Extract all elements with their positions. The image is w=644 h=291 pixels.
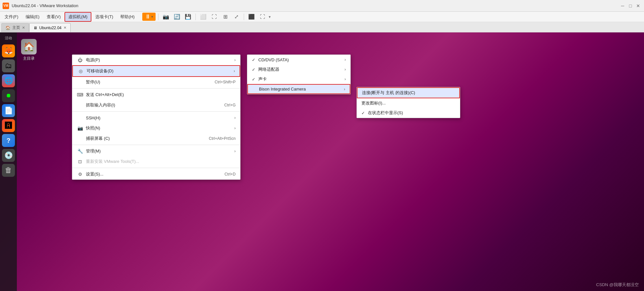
menu-camera[interactable]: Bison Integrated Camera › — [247, 84, 350, 94]
toolbar-stretch-btn[interactable]: ⤢ — [231, 12, 241, 21]
app-appstore[interactable]: 🅰 — [2, 119, 15, 132]
tab-ubuntu-close[interactable]: ✕ — [64, 26, 66, 30]
menu-capture-shortcut: Ctrl+G — [224, 103, 236, 107]
tab-home-close[interactable]: ✕ — [22, 26, 25, 30]
app-terminal[interactable]: ⏺ — [2, 89, 15, 102]
app-firefox[interactable]: 🦊 — [2, 44, 15, 57]
menu-view[interactable]: 查看(V) — [43, 13, 64, 21]
app-optical[interactable]: 💿 — [2, 149, 15, 162]
ubuntu-tab-icon: 🖥 — [33, 26, 37, 30]
cddvd-check: ✓ — [252, 57, 257, 62]
tab-home-label: 主页 — [12, 25, 20, 30]
capture-screen-icon — [77, 135, 83, 142]
ubuntu-taskbar: 活动 🦊 🗂 🌐 ⏺ 📄 — [0, 32, 17, 291]
menu-capture-input-label: 抓取输入内容(I) — [86, 102, 218, 108]
home-folder-label: 主目录 — [23, 56, 35, 61]
menu-pause-label: 暂停(U) — [86, 79, 208, 85]
snapshot-icon: 📷 — [77, 125, 83, 131]
menu-ssh-label: SSH(H) — [86, 115, 232, 120]
ssh-arrow: › — [234, 115, 236, 120]
menu-send-cad[interactable]: ⌨ 发送 Ctrl+Alt+Del(E) — [72, 90, 240, 100]
menu-vm-dropdown[interactable]: ⏻ 电源(P) › ◎ 可移动设备(D) › 暂停(U) Ctrl+Shift+… — [72, 55, 240, 180]
menu-settings[interactable]: ⚙ 设置(S)... Ctrl+D — [72, 169, 240, 179]
removable-icon: ◎ — [77, 68, 84, 74]
toolbar-fullscreen-btn[interactable]: ⛶ — [209, 12, 219, 21]
sound-check: ✓ — [252, 77, 257, 82]
menu-file[interactable]: 文件(F) — [1, 13, 22, 21]
menu-edit[interactable]: 编辑(E) — [22, 13, 43, 21]
menu-network[interactable]: ✓ 网络适配器 › — [247, 65, 350, 74]
menu-camera-change-icon-label: 更改图标(I)... — [361, 100, 455, 106]
toolbar-more-btn[interactable]: ⛶ — [258, 12, 267, 21]
menu-camera-dropdown[interactable]: 连接(断开与 主机 的连接)(C) 更改图标(I)... ✓ 在状态栏中显示(S… — [357, 87, 460, 118]
main-area: 活动 🦊 🗂 🌐 ⏺ 📄 — [0, 32, 644, 291]
terminal-icon: ⏺ — [6, 93, 11, 99]
toolbar-revert-btn[interactable]: 🔄 — [172, 12, 182, 21]
menu-capture-screen[interactable]: 捕获屏幕 (C) Ctrl+Alt+PrtScn — [72, 133, 240, 144]
menu-manage-label: 管理(M) — [86, 148, 232, 154]
menu-capture-input[interactable]: 抓取输入内容(I) Ctrl+G — [72, 100, 240, 110]
show-status-check: ✓ — [361, 111, 367, 115]
cddvd-arrow: › — [345, 57, 346, 62]
menu-network-label: 网络适配器 — [258, 67, 342, 72]
tabs-bar: 🏠 主页 ✕ 🖥 Ubuntu22.04 ✕ — [0, 22, 644, 32]
trash-icon: 🗑 — [5, 166, 12, 175]
tab-ubuntu[interactable]: 🖥 Ubuntu22.04 ✕ — [29, 23, 71, 32]
menu-vm[interactable]: 虚拟机(M) — [64, 12, 91, 22]
menu-power-label: 电源(P) — [86, 57, 232, 63]
menu-help[interactable]: 帮助(H) — [117, 13, 138, 21]
network-arrow: › — [345, 67, 346, 72]
app-help[interactable]: ? — [2, 134, 15, 147]
menu-removable[interactable]: ◎ 可移动设备(D) › — [72, 65, 240, 77]
menu-sep-3 — [72, 145, 240, 145]
close-button[interactable]: ✕ — [635, 3, 641, 9]
snapshot-arrow: › — [234, 126, 236, 130]
nautilus-icon: 📄 — [4, 106, 13, 115]
menu-camera-show-status[interactable]: ✓ 在状态栏中显示(S) — [357, 108, 460, 118]
files-icon: 🗂 — [5, 62, 12, 70]
desktop-icon-home[interactable]: 🏠 主目录 — [21, 39, 37, 61]
menu-power[interactable]: ⏻ 电源(P) › — [72, 55, 240, 65]
menu-removable-dropdown[interactable]: ✓ CD/DVD (SATA) › ✓ 网络适配器 › ✓ 声卡 › — [247, 55, 351, 94]
app-chromium[interactable]: 🌐 — [2, 74, 15, 87]
minimize-button[interactable]: ─ — [619, 3, 626, 9]
menu-camera-connect-label: 连接(断开与 主机 的连接)(C) — [362, 90, 455, 96]
toolbar-snapshot-btn[interactable]: 📷 — [161, 12, 171, 21]
app-files[interactable]: 🗂 — [2, 59, 15, 72]
menu-camera-connect[interactable]: 连接(断开与 主机 的连接)(C) — [357, 87, 460, 98]
menu-cddvd[interactable]: ✓ CD/DVD (SATA) › — [247, 55, 350, 65]
capture-input-icon — [77, 102, 83, 108]
toolbar-console-btn[interactable]: ⬛ — [247, 12, 256, 21]
toolbar-separator-1 — [158, 14, 158, 20]
menu-manage[interactable]: 🔧 管理(M) › — [72, 146, 240, 156]
toolbar-more-arrow[interactable]: ▾ — [269, 15, 271, 19]
app-nautilus[interactable]: 📄 — [2, 104, 15, 117]
reinstall-icon: ⊡ — [77, 158, 83, 165]
pause-dropdown-arrow[interactable]: ▾ — [151, 15, 153, 18]
menu-tab[interactable]: 选项卡(T) — [92, 13, 117, 21]
watermark: CSDN @我哪天都没空 — [596, 282, 639, 288]
manage-arrow: › — [234, 149, 236, 153]
pause-button[interactable]: ⏸ ▾ — [142, 13, 156, 21]
toolbar-suspend-btn[interactable]: 💾 — [183, 12, 193, 21]
menu-snapshot[interactable]: 📷 快照(N) › — [72, 123, 240, 133]
tab-home[interactable]: 🏠 主页 ✕ — [1, 23, 29, 32]
toolbar-fit-btn[interactable]: ⬜ — [198, 12, 208, 21]
menu-pause[interactable]: 暂停(U) Ctrl+Shift+P — [72, 77, 240, 87]
help-icon: ? — [6, 137, 10, 144]
menu-reinstall: ⊡ 重新安装 VMware Tools(T)... — [72, 156, 240, 167]
menu-ssh[interactable]: SSH(H) › — [72, 113, 240, 123]
app-trash[interactable]: 🗑 — [2, 164, 15, 177]
menu-sound[interactable]: ✓ 声卡 › — [247, 74, 350, 84]
send-cad-icon: ⌨ — [77, 91, 83, 98]
power-arrow: › — [234, 58, 236, 62]
removable-arrow: › — [234, 69, 235, 73]
maximize-button[interactable]: □ — [627, 3, 634, 9]
menu-camera-change-icon[interactable]: 更改图标(I)... — [357, 98, 460, 108]
sound-arrow: › — [345, 77, 346, 81]
menu-sound-label: 声卡 — [258, 76, 342, 82]
toolbar-unity-btn[interactable]: ⊞ — [220, 12, 230, 21]
menu-capture-screen-label: 捕获屏幕 (C) — [86, 136, 202, 141]
firefox-icon: 🦊 — [4, 47, 13, 55]
menu-camera-label: Bison Integrated Camera — [259, 87, 341, 91]
